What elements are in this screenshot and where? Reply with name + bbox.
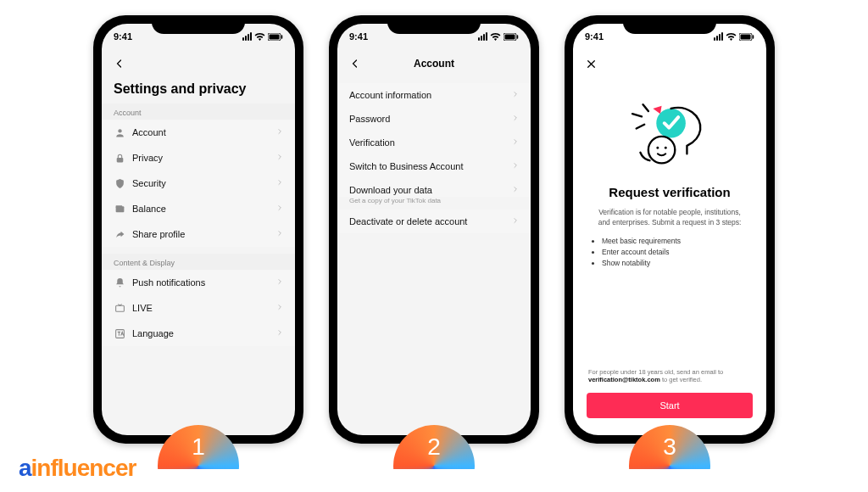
chevron-right-icon xyxy=(276,328,283,338)
step-number: 1 xyxy=(192,433,205,461)
under-18-note: For people under 18 years old, send an e… xyxy=(573,368,766,390)
row-label: Account information xyxy=(349,90,431,100)
svg-rect-2 xyxy=(281,35,283,39)
phone-1: 9:41 Settings and privacy Account Accoun… xyxy=(93,15,303,444)
svg-point-16 xyxy=(648,137,675,163)
svg-rect-1 xyxy=(270,34,280,39)
status-time: 9:41 xyxy=(585,31,604,42)
logo-first-letter: a xyxy=(19,455,31,481)
chevron-right-icon xyxy=(512,90,519,100)
download-subtext: Get a copy of your TikTok data xyxy=(337,197,531,210)
svg-rect-11 xyxy=(517,35,519,39)
share-icon xyxy=(114,228,125,240)
list-item: Enter account details xyxy=(602,248,737,256)
chevron-right-icon xyxy=(512,161,519,171)
nav-bar xyxy=(102,49,295,78)
battery-icon xyxy=(268,33,283,41)
row-download-data[interactable]: Download your data xyxy=(337,178,531,197)
verification-illustration-icon xyxy=(573,78,766,178)
chevron-right-icon xyxy=(512,216,519,226)
row-label: Privacy xyxy=(132,153,163,163)
page-title: Settings and privacy xyxy=(102,78,295,103)
nav-title: Account xyxy=(337,58,531,70)
row-security[interactable]: Security xyxy=(102,171,295,196)
nav-bar: Account xyxy=(337,49,531,78)
row-switch-business[interactable]: Switch to Business Account xyxy=(337,154,531,178)
svg-rect-13 xyxy=(741,34,751,39)
wifi-icon xyxy=(254,32,265,41)
signal-icon xyxy=(714,32,723,41)
svg-point-3 xyxy=(118,129,121,132)
battery-icon xyxy=(504,33,519,41)
request-verification-title: Request verification xyxy=(573,178,766,208)
row-label: Account xyxy=(132,127,166,137)
start-button[interactable]: Start xyxy=(587,393,753,418)
row-label: Share profile xyxy=(132,229,185,239)
shield-icon xyxy=(114,177,125,189)
row-live[interactable]: LIVE xyxy=(102,295,295,321)
row-label: Security xyxy=(132,178,166,188)
row-verification[interactable]: Verification xyxy=(337,131,531,154)
phone-2: 9:41 Account Account information Pass xyxy=(329,15,539,444)
row-label: Verification xyxy=(349,137,395,148)
chevron-right-icon xyxy=(276,204,283,214)
chevron-right-icon xyxy=(276,127,283,137)
chevron-right-icon xyxy=(276,303,283,313)
verification-email: verification@tiktok.com xyxy=(588,376,660,383)
notch-icon xyxy=(623,15,716,34)
verification-steps-list: Meet basic requirements Enter account de… xyxy=(573,237,766,267)
row-label: Balance xyxy=(132,204,166,214)
phone-3: 9:41 xyxy=(565,15,775,444)
row-label: Download your data xyxy=(349,185,432,195)
notch-icon xyxy=(387,15,481,34)
chevron-right-icon xyxy=(512,185,519,195)
row-push-notifications[interactable]: Push notifications xyxy=(102,270,295,295)
section-content-label: Content & Display xyxy=(102,254,295,270)
chevron-right-icon xyxy=(276,178,283,188)
language-icon xyxy=(114,327,125,339)
wifi-icon xyxy=(726,32,737,41)
svg-rect-10 xyxy=(505,34,515,39)
status-time: 9:41 xyxy=(349,31,368,42)
row-label: Switch to Business Account xyxy=(349,161,464,171)
chevron-right-icon xyxy=(512,114,519,124)
notch-icon xyxy=(152,15,245,34)
step-number: 3 xyxy=(663,433,676,461)
signal-icon xyxy=(478,32,487,41)
row-label: Deactivate or delete account xyxy=(349,216,467,226)
close-button[interactable] xyxy=(581,54,600,73)
chevron-right-icon xyxy=(276,277,283,288)
section-account-label: Account xyxy=(102,103,295,120)
battery-icon xyxy=(739,33,754,41)
phone-row: 9:41 Settings and privacy Account Accoun… xyxy=(0,0,868,444)
ainfluencer-logo: ainfluencer xyxy=(19,455,136,482)
svg-rect-7 xyxy=(115,305,124,311)
svg-point-17 xyxy=(656,147,659,149)
svg-rect-6 xyxy=(115,205,122,207)
list-item: Meet basic requirements xyxy=(602,237,737,245)
svg-point-18 xyxy=(665,147,667,149)
row-account-info[interactable]: Account information xyxy=(337,83,531,107)
wifi-icon xyxy=(490,32,501,41)
svg-rect-4 xyxy=(116,157,123,161)
row-label: LIVE xyxy=(132,303,153,313)
row-privacy[interactable]: Privacy xyxy=(102,145,295,171)
lock-icon xyxy=(114,152,125,164)
logo-rest: influencer xyxy=(31,455,136,481)
live-icon xyxy=(114,302,125,314)
row-share-profile[interactable]: Share profile xyxy=(102,221,295,247)
row-label: Push notifications xyxy=(132,277,205,288)
back-button[interactable] xyxy=(110,54,129,73)
chevron-right-icon xyxy=(276,153,283,163)
row-language[interactable]: Language xyxy=(102,321,295,346)
chevron-right-icon xyxy=(512,137,519,148)
row-account[interactable]: Account xyxy=(102,120,295,145)
request-verification-description: Verification is for notable people, inst… xyxy=(573,208,766,237)
row-label: Language xyxy=(132,328,174,338)
row-balance[interactable]: Balance xyxy=(102,196,295,221)
list-item: Show notability xyxy=(602,259,737,267)
row-password[interactable]: Password xyxy=(337,107,531,131)
status-time: 9:41 xyxy=(114,31,132,42)
nav-bar xyxy=(573,49,766,78)
row-deactivate[interactable]: Deactivate or delete account xyxy=(337,210,531,233)
